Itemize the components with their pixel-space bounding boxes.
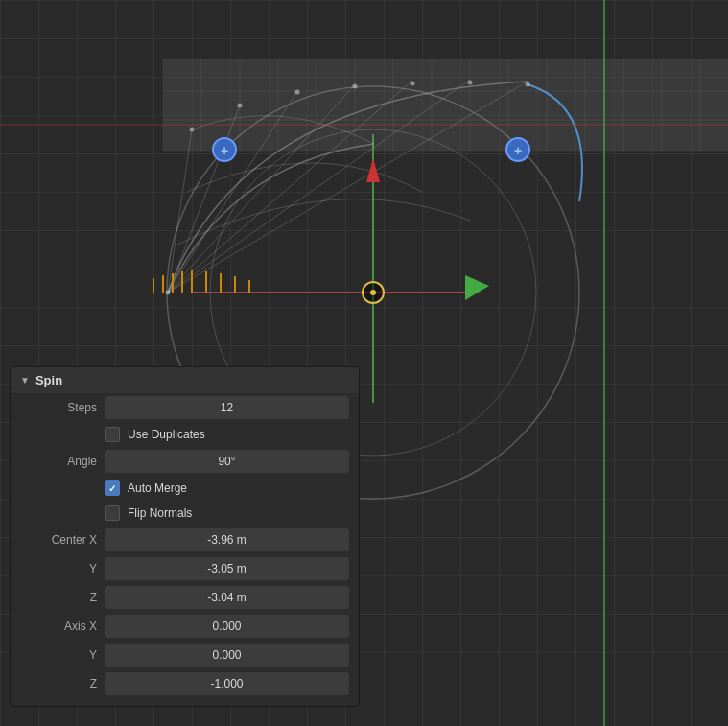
checkmark-icon: ✓ xyxy=(108,483,116,494)
axis-z-row: Z xyxy=(11,669,359,698)
center-y-label: Y xyxy=(20,562,97,575)
center-x-row: Center X xyxy=(11,526,359,554)
use-duplicates-checkbox[interactable] xyxy=(105,427,120,442)
use-duplicates-row: Use Duplicates xyxy=(11,422,359,447)
collapse-triangle-icon: ▼ xyxy=(20,375,30,386)
axis-x-row: Axis X xyxy=(11,612,359,641)
flip-normals-checkbox[interactable] xyxy=(105,505,120,521)
axis-x-input[interactable] xyxy=(105,615,349,638)
center-z-input[interactable] xyxy=(105,586,349,609)
axis-x-label: Axis X xyxy=(20,620,97,633)
angle-row: Angle xyxy=(11,447,359,476)
center-z-label: Z xyxy=(20,591,97,604)
center-z-row: Z xyxy=(11,583,359,612)
auto-merge-label: Auto Merge xyxy=(128,481,187,495)
axis-z-label: Z xyxy=(20,677,97,691)
steps-label: Steps xyxy=(20,401,97,414)
axis-y-row: Y xyxy=(11,641,359,669)
spin-panel: ▼ Spin Steps Use Duplicates Angle ✓ Auto… xyxy=(10,366,360,707)
center-x-label: Center X xyxy=(20,533,97,547)
center-y-row: Y xyxy=(11,554,359,583)
axis-y-input[interactable] xyxy=(105,644,349,667)
angle-input[interactable] xyxy=(105,450,349,473)
angle-label: Angle xyxy=(20,455,97,468)
steps-row: Steps xyxy=(11,393,359,422)
use-duplicates-label: Use Duplicates xyxy=(128,428,205,441)
flip-normals-row: Flip Normals xyxy=(11,501,359,526)
axis-z-input[interactable] xyxy=(105,672,349,695)
panel-header[interactable]: ▼ Spin xyxy=(11,367,359,393)
viewport: + + ▼ Spin Steps Use xyxy=(0,0,728,726)
auto-merge-row: ✓ Auto Merge xyxy=(11,476,359,501)
panel-title: Spin xyxy=(35,373,62,387)
axis-y-label: Y xyxy=(20,648,97,662)
steps-input[interactable] xyxy=(105,396,349,419)
center-x-input[interactable] xyxy=(105,528,349,551)
flip-normals-label: Flip Normals xyxy=(128,506,192,520)
center-y-input[interactable] xyxy=(105,557,349,580)
auto-merge-checkbox[interactable]: ✓ xyxy=(105,480,120,496)
